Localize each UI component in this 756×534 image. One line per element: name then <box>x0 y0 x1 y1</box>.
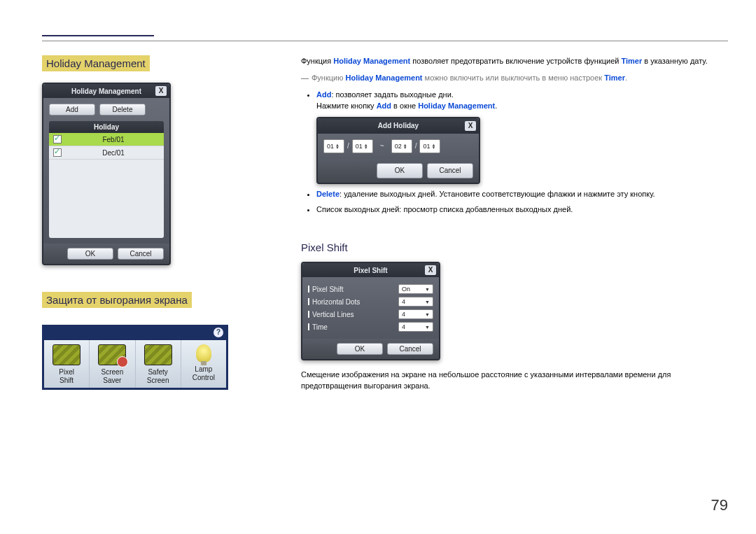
dialog-footer: OK Cancel <box>43 244 169 264</box>
bullet-list: Add: позволяет задать выходные дни. Нажм… <box>301 89 721 215</box>
cancel-button[interactable]: Cancel <box>387 343 433 355</box>
time-dropdown[interactable]: 4▼ <box>398 322 433 332</box>
columns: Holiday Management Holiday Management X … <box>42 55 728 397</box>
list-item: Список выходных дней: просмотр списка до… <box>316 204 721 215</box>
day-end-spinner[interactable]: 01▲▼ <box>419 139 440 153</box>
lamp-icon <box>196 344 211 363</box>
setting-row: Pixel Shift On▼ <box>308 283 433 295</box>
day-start-spinner[interactable]: 01▲▼ <box>352 139 373 153</box>
section-heading-holiday: Holiday Management <box>42 55 150 71</box>
horizontal-rule <box>42 41 728 41</box>
dialog-footer: OK Cancel <box>302 339 439 359</box>
setting-row: Vertical Lines 4▼ <box>308 308 433 321</box>
close-icon[interactable]: X <box>155 86 167 96</box>
dialog-title-bar: Add Holiday X <box>318 118 479 134</box>
section-block: Защита от выгорания экрана ? PixelShift … <box>42 292 273 390</box>
ok-button[interactable]: OK <box>377 163 423 178</box>
left-column: Holiday Management Holiday Management X … <box>42 55 273 397</box>
vertical-lines-dropdown[interactable]: 4▼ <box>398 309 433 319</box>
right-column: Функция Holiday Management позволяет пре… <box>301 55 728 397</box>
icon-label: PixelShift <box>46 368 88 385</box>
holiday-management-dialog: Holiday Management X Add Delete Holiday … <box>42 83 171 265</box>
setting-label: Pixel Shift <box>308 286 343 293</box>
delete-button[interactable]: Delete <box>99 104 146 115</box>
dialog-title: Add Holiday <box>332 120 465 132</box>
list-item[interactable]: Dec/01 <box>49 146 164 160</box>
pixel-shift-dialog: Pixel Shift X Pixel Shift On▼ Horizontal… <box>301 262 440 360</box>
term-add: Add <box>316 90 331 99</box>
checkbox-icon[interactable] <box>53 135 62 143</box>
dialog-footer: OK Cancel <box>318 159 479 183</box>
date-range-row: 01▲▼ / 01▲▼ ~ 02▲▼ / 01▲▼ <box>323 139 473 153</box>
dialog-title: Pixel Shift <box>316 267 425 274</box>
ok-button[interactable]: OK <box>337 343 383 355</box>
pixel-shift-description: Смещение изображения на экране на неболь… <box>301 369 721 391</box>
icon-label: SafetyScreen <box>137 368 179 385</box>
cancel-button[interactable]: Cancel <box>118 248 164 260</box>
setting-row: Horizontal Dots 4▼ <box>308 295 433 308</box>
month-end-spinner[interactable]: 02▲▼ <box>391 139 412 153</box>
holiday-list: Feb/01 Dec/01 <box>49 133 164 238</box>
list-item: Delete: удаление выходных дней. Установи… <box>316 188 721 199</box>
checkbox-icon[interactable] <box>53 148 62 157</box>
help-icon[interactable]: ? <box>214 328 223 337</box>
pixel-shift-section: Pixel Shift Pixel Shift X Pixel Shift On… <box>301 241 721 391</box>
term-holiday-management: Holiday Management <box>418 101 495 110</box>
safety-screen-icon <box>144 344 172 365</box>
close-icon[interactable]: X <box>465 121 476 131</box>
list-item[interactable]: Feb/01 <box>49 133 164 146</box>
top-rule <box>42 35 154 36</box>
add-holiday-dialog: Add Holiday X 01▲▼ / 01▲▼ ~ 02▲▼ / <box>316 117 480 184</box>
term-holiday-management: Holiday Management <box>346 73 423 82</box>
separator: / <box>415 141 417 152</box>
screen-saver-icon-cell[interactable]: ScreenSaver <box>90 340 135 388</box>
holiday-column-header: Holiday <box>49 121 164 133</box>
close-icon[interactable]: X <box>425 265 436 275</box>
icon-label: ScreenSaver <box>91 368 133 385</box>
term-add: Add <box>377 101 391 110</box>
month-start-spinner[interactable]: 01▲▼ <box>323 139 344 153</box>
holiday-date: Dec/01 <box>67 149 160 157</box>
ok-button[interactable]: OK <box>67 248 113 260</box>
separator: / <box>347 141 349 152</box>
term-timer: Timer <box>604 73 625 82</box>
dialog-title-bar: Holiday Management X <box>43 84 169 98</box>
dialog-title: Holiday Management <box>57 87 155 95</box>
lamp-control-icon-cell[interactable]: LampControl <box>181 340 226 388</box>
setting-row: Time 4▼ <box>308 321 433 333</box>
pixel-shift-icon-cell[interactable]: PixelShift <box>44 340 90 388</box>
add-button[interactable]: Add <box>49 104 95 115</box>
intro-paragraph: Функция Holiday Management позволяет пре… <box>301 55 721 66</box>
pixel-shift-icon <box>52 344 80 365</box>
holiday-top-buttons: Add Delete <box>49 104 164 115</box>
safety-screen-icon-cell[interactable]: SafetyScreen <box>136 340 181 388</box>
term-delete: Delete <box>316 190 340 198</box>
dialog-body: 01▲▼ / 01▲▼ ~ 02▲▼ / 01▲▼ <box>318 134 479 159</box>
range-separator: ~ <box>380 141 384 152</box>
page-number: 79 <box>711 496 728 514</box>
horizontal-dots-dropdown[interactable]: 4▼ <box>398 297 433 307</box>
screen-protection-panel: ? PixelShift ScreenSaver SafetyScreen <box>42 325 228 390</box>
pixel-shift-dropdown[interactable]: On▼ <box>398 284 433 294</box>
note-paragraph: ―Функцию Holiday Management можно включи… <box>301 72 721 83</box>
dialog-body: Pixel Shift On▼ Horizontal Dots 4▼ Verti… <box>302 277 439 339</box>
dialog-body: Add Delete Holiday Feb/01 Dec/01 <box>43 98 169 244</box>
term-timer: Timer <box>622 57 643 65</box>
dialog-title-bar: Pixel Shift X <box>302 263 439 277</box>
setting-label: Time <box>308 323 328 331</box>
icon-label: LampControl <box>183 365 225 382</box>
term-holiday-management: Holiday Management <box>333 57 410 65</box>
cancel-button[interactable]: Cancel <box>427 163 473 178</box>
section-heading-burnin: Защита от выгорания экрана <box>42 292 192 308</box>
pixel-shift-heading: Pixel Shift <box>301 241 721 253</box>
list-item: Add: позволяет задать выходные дни. Нажм… <box>316 89 721 184</box>
setting-label: Vertical Lines <box>308 311 354 318</box>
setting-label: Horizontal Dots <box>308 298 360 306</box>
holiday-date: Feb/01 <box>67 136 160 143</box>
icon-row: PixelShift ScreenSaver SafetyScreen <box>44 340 226 388</box>
screen-saver-icon <box>98 344 126 365</box>
page: Holiday Management Holiday Management X … <box>0 0 756 397</box>
